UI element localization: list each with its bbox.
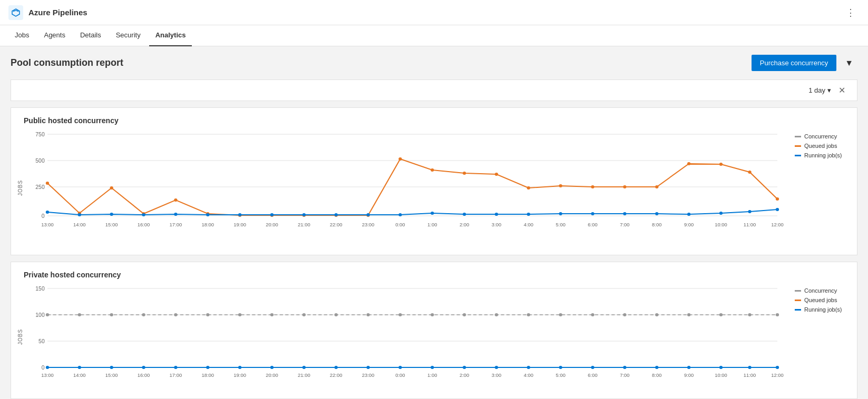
svg-point-138 [78,366,81,369]
svg-text:3:00: 3:00 [492,222,501,227]
svg-point-43 [398,157,402,161]
svg-point-68 [431,212,434,215]
queued-label: Queued jobs [804,143,837,149]
svg-point-77 [719,212,723,215]
svg-text:5:00: 5:00 [556,222,565,227]
svg-text:20:00: 20:00 [266,373,278,378]
app-title: Azure Pipelines [28,8,87,17]
app-logo [8,5,23,20]
tab-jobs[interactable]: Jobs [8,25,35,46]
svg-text:10:00: 10:00 [715,222,727,227]
tab-security[interactable]: Security [110,25,147,46]
svg-point-117 [174,313,177,316]
svg-text:6:00: 6:00 [588,373,597,378]
public-chart-legend: Concurrency Queued jobs Running job(s) [788,129,857,246]
private-legend-running: Running job(s) [795,306,851,313]
svg-text:7:00: 7:00 [620,373,629,378]
svg-point-159 [748,366,751,369]
tab-details[interactable]: Details [74,25,108,46]
svg-point-158 [719,366,723,369]
private-queued-color [795,300,801,301]
private-concurrency-label: Concurrency [804,287,837,294]
svg-point-115 [110,313,113,316]
filter-icon-button[interactable]: ▼ [841,56,857,70]
svg-point-145 [303,366,306,369]
svg-text:6:00: 6:00 [588,222,597,227]
svg-point-72 [559,212,562,215]
svg-point-74 [623,212,626,215]
svg-text:23:00: 23:00 [362,222,375,227]
svg-text:18:00: 18:00 [201,222,214,227]
svg-point-120 [270,313,274,316]
queued-color [795,145,801,147]
svg-text:10:00: 10:00 [715,373,727,378]
concurrency-label: Concurrency [804,133,837,139]
svg-text:9:00: 9:00 [684,222,694,227]
svg-text:13:00: 13:00 [41,373,54,378]
tab-agents[interactable]: Agents [37,25,71,46]
svg-point-64 [303,213,306,216]
svg-point-50 [623,185,626,188]
svg-text:750: 750 [35,132,45,137]
svg-text:50: 50 [38,338,45,344]
svg-point-53 [719,163,723,166]
svg-text:4:00: 4:00 [524,222,533,227]
close-filter-button[interactable]: ✕ [835,84,849,96]
svg-text:8:00: 8:00 [652,373,661,378]
svg-point-51 [655,185,658,188]
page-title: Pool consumption report [11,57,123,68]
public-chart-wrapper: JOBS 750 500 250 0 13:00 14:00 [15,129,857,246]
svg-point-48 [559,184,562,187]
svg-point-156 [655,366,658,369]
svg-point-36 [174,198,177,202]
svg-point-73 [591,212,594,215]
svg-point-66 [366,213,369,216]
svg-point-148 [398,366,402,369]
svg-point-57 [78,213,81,216]
svg-point-67 [398,213,402,216]
svg-point-129 [559,313,562,316]
page-header: Pool consumption report Purchase concurr… [11,55,857,71]
svg-point-136 [776,313,779,316]
day-selector[interactable]: 1 day ▾ [808,86,831,94]
svg-point-69 [463,213,466,216]
svg-text:0:00: 0:00 [395,222,405,227]
svg-point-140 [142,366,145,369]
svg-point-133 [687,313,690,316]
svg-text:4:00: 4:00 [524,373,533,378]
svg-point-54 [748,171,751,174]
private-concurrency-chart: Private hosted concurrency JOBS 150 100 … [11,262,857,399]
svg-text:12:00: 12:00 [771,222,784,227]
svg-point-131 [623,313,626,316]
svg-point-70 [495,213,498,216]
tab-analytics[interactable]: Analytics [149,25,192,46]
public-chart-title: Public hosted concurrency [15,116,857,129]
chevron-down-icon: ▾ [827,86,831,94]
svg-point-59 [142,213,145,216]
svg-point-78 [748,210,751,213]
svg-text:16:00: 16:00 [138,222,150,227]
private-legend-concurrency: Concurrency [795,287,851,294]
more-options-button[interactable]: ⋮ [842,5,860,21]
purchase-concurrency-button[interactable]: Purchase concurrency [752,55,836,71]
svg-point-63 [270,213,274,216]
main-content: Pool consumption report Purchase concurr… [0,46,868,399]
svg-point-154 [591,366,594,369]
svg-text:20:00: 20:00 [266,222,278,227]
svg-text:13:00: 13:00 [41,222,54,227]
svg-text:150: 150 [35,286,45,292]
svg-point-122 [335,313,338,316]
private-queued-label: Queued jobs [804,297,837,303]
running-label: Running job(s) [804,152,842,158]
svg-text:21:00: 21:00 [298,373,310,378]
svg-point-75 [655,212,658,215]
svg-point-52 [687,162,690,165]
svg-point-157 [687,366,690,369]
public-concurrency-chart: Public hosted concurrency JOBS 750 500 2… [11,107,857,255]
svg-point-141 [174,366,177,369]
svg-point-118 [206,313,209,316]
svg-point-150 [463,366,466,369]
svg-text:2:00: 2:00 [460,222,469,227]
svg-text:100: 100 [35,312,45,318]
svg-text:17:00: 17:00 [170,373,182,378]
